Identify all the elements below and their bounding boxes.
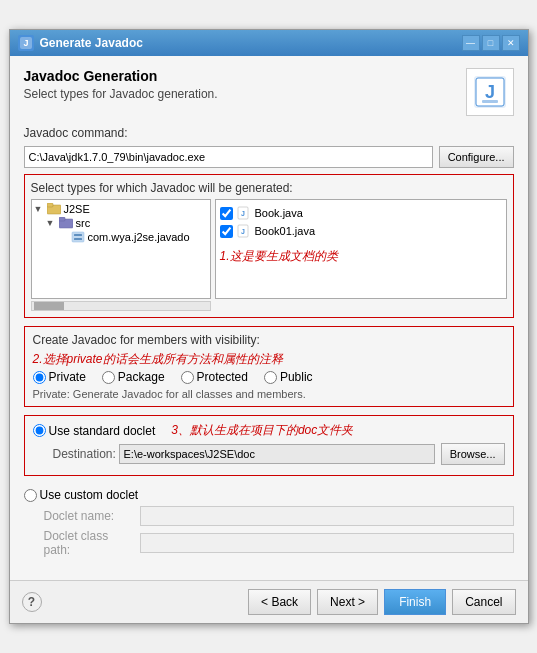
- radio-private-input[interactable]: [33, 371, 46, 384]
- java-file-icon: J: [237, 206, 251, 220]
- dest-label: Destination:: [33, 447, 113, 461]
- package-icon: [71, 231, 85, 243]
- radio-standard-doclet[interactable]: Use standard doclet: [33, 424, 156, 438]
- svg-text:J: J: [484, 82, 494, 102]
- svg-rect-12: [74, 238, 82, 240]
- radio-private[interactable]: Private: [33, 370, 86, 384]
- radio-protected-input[interactable]: [181, 371, 194, 384]
- file-list: J Book.java J Book01.java 1.这是要生成文档的类: [215, 199, 507, 299]
- svg-text:J: J: [241, 210, 245, 217]
- annotation-1: 1.这是要生成文档的类: [220, 249, 338, 263]
- maximize-button[interactable]: □: [482, 35, 500, 51]
- configure-button[interactable]: Configure...: [439, 146, 514, 168]
- tree-label-j2se: J2SE: [64, 203, 90, 215]
- doclet-classpath-input[interactable]: [140, 533, 514, 553]
- svg-text:J: J: [23, 38, 28, 48]
- radio-private-label: Private: [49, 370, 86, 384]
- radio-standard-doclet-input[interactable]: [33, 424, 46, 437]
- visibility-section: Create Javadoc for members with visibili…: [24, 326, 514, 407]
- header-javadoc-icon: J: [466, 68, 514, 116]
- radio-public-label: Public: [280, 370, 313, 384]
- header-title: Javadoc Generation: [24, 68, 218, 84]
- tree-label-src: src: [76, 217, 91, 229]
- src-folder-icon: [59, 217, 73, 229]
- destination-input[interactable]: [119, 444, 435, 464]
- doclet-name-label: Doclet name:: [44, 509, 134, 523]
- book01-java-label: Book01.java: [255, 225, 316, 237]
- svg-rect-7: [47, 203, 53, 207]
- doclet-classpath-row: Doclet class path:: [24, 529, 514, 557]
- radio-custom-doclet[interactable]: Use custom doclet: [24, 488, 139, 502]
- radio-package[interactable]: Package: [102, 370, 165, 384]
- svg-rect-11: [74, 234, 82, 236]
- arrow-package: [58, 232, 68, 242]
- book01-java-checkbox[interactable]: [220, 225, 233, 238]
- radio-package-input[interactable]: [102, 371, 115, 384]
- radio-custom-doclet-input[interactable]: [24, 489, 37, 502]
- radio-public-input[interactable]: [264, 371, 277, 384]
- javadoc-command-input[interactable]: [24, 146, 433, 168]
- help-button[interactable]: ?: [22, 592, 42, 612]
- doclet-classpath-label: Doclet class path:: [44, 529, 134, 557]
- bottom-bar: ? < Back Next > Finish Cancel: [10, 580, 528, 623]
- java-file-icon2: J: [237, 224, 251, 238]
- tree-item-j2se[interactable]: ▼ J2SE: [34, 202, 208, 216]
- doclet-section: Use standard doclet 3、默认生成在项目下的doc文件夹 De…: [24, 415, 514, 476]
- arrow-j2se: ▼: [34, 204, 44, 214]
- private-description: Private: Generate Javadoc for all classe…: [33, 388, 505, 400]
- next-button[interactable]: Next >: [317, 589, 378, 615]
- dialog-content: Javadoc Generation Select types for Java…: [10, 56, 528, 580]
- javadoc-command-label: Javadoc command:: [24, 126, 128, 140]
- project-icon: [47, 203, 61, 215]
- tree-hscroll-thumb: [34, 302, 64, 310]
- radio-protected[interactable]: Protected: [181, 370, 248, 384]
- radio-protected-label: Protected: [197, 370, 248, 384]
- tree-label-package: com.wya.j2se.javado: [88, 231, 190, 243]
- javadoc-command-input-row: Configure...: [24, 146, 514, 168]
- window-controls: — □ ✕: [462, 35, 520, 51]
- tree-item-package[interactable]: com.wya.j2se.javado: [34, 230, 208, 244]
- svg-rect-10: [72, 232, 84, 242]
- doclet-name-row: Doclet name:: [24, 506, 514, 526]
- custom-doclet-section: Use custom doclet Doclet name: Doclet cl…: [24, 484, 514, 564]
- tree-item-src[interactable]: ▼ src: [34, 216, 208, 230]
- bottom-left: ?: [22, 592, 42, 612]
- arrow-src: ▼: [46, 218, 56, 228]
- finish-button[interactable]: Finish: [384, 589, 446, 615]
- javadoc-command-row: Javadoc command:: [24, 126, 514, 140]
- svg-rect-5: [482, 100, 498, 103]
- file-book01-java[interactable]: J Book01.java: [220, 222, 502, 240]
- bottom-right: < Back Next > Finish Cancel: [248, 589, 515, 615]
- dialog-icon: J: [18, 35, 34, 51]
- dialog-title: Generate Javadoc: [40, 36, 143, 50]
- book-java-label: Book.java: [255, 207, 303, 219]
- annotation-3: 3、默认生成在项目下的doc文件夹: [171, 422, 353, 439]
- browse-button[interactable]: Browse...: [441, 443, 505, 465]
- header-section: Javadoc Generation Select types for Java…: [24, 68, 514, 116]
- minimize-button[interactable]: —: [462, 35, 480, 51]
- destination-row: Destination: Browse...: [33, 443, 505, 465]
- doclet-name-input[interactable]: [140, 506, 514, 526]
- header-text: Javadoc Generation Select types for Java…: [24, 68, 218, 101]
- standard-doclet-row: Use standard doclet 3、默认生成在项目下的doc文件夹: [33, 422, 505, 439]
- tree-panel: ▼ J2SE ▼ src: [31, 199, 507, 299]
- file-book-java[interactable]: J Book.java: [220, 204, 502, 222]
- tree-hscroll[interactable]: [31, 301, 211, 311]
- generate-javadoc-dialog: J Generate Javadoc — □ ✕ Javadoc Generat…: [9, 29, 529, 624]
- standard-doclet-label: Use standard doclet: [49, 424, 156, 438]
- custom-doclet-row: Use custom doclet: [24, 488, 514, 502]
- close-button[interactable]: ✕: [502, 35, 520, 51]
- back-button[interactable]: < Back: [248, 589, 311, 615]
- types-section: Select types for which Javadoc will be g…: [24, 174, 514, 318]
- types-section-label: Select types for which Javadoc will be g…: [31, 181, 507, 195]
- project-tree[interactable]: ▼ J2SE ▼ src: [31, 199, 211, 299]
- radio-public[interactable]: Public: [264, 370, 313, 384]
- annotation-2: 2.选择private的话会生成所有方法和属性的注释: [33, 351, 505, 368]
- svg-rect-9: [59, 217, 65, 221]
- cancel-button[interactable]: Cancel: [452, 589, 515, 615]
- svg-text:J: J: [241, 228, 245, 235]
- title-bar: J Generate Javadoc — □ ✕: [10, 30, 528, 56]
- visibility-label: Create Javadoc for members with visibili…: [33, 333, 505, 347]
- header-subtitle: Select types for Javadoc generation.: [24, 87, 218, 101]
- book-java-checkbox[interactable]: [220, 207, 233, 220]
